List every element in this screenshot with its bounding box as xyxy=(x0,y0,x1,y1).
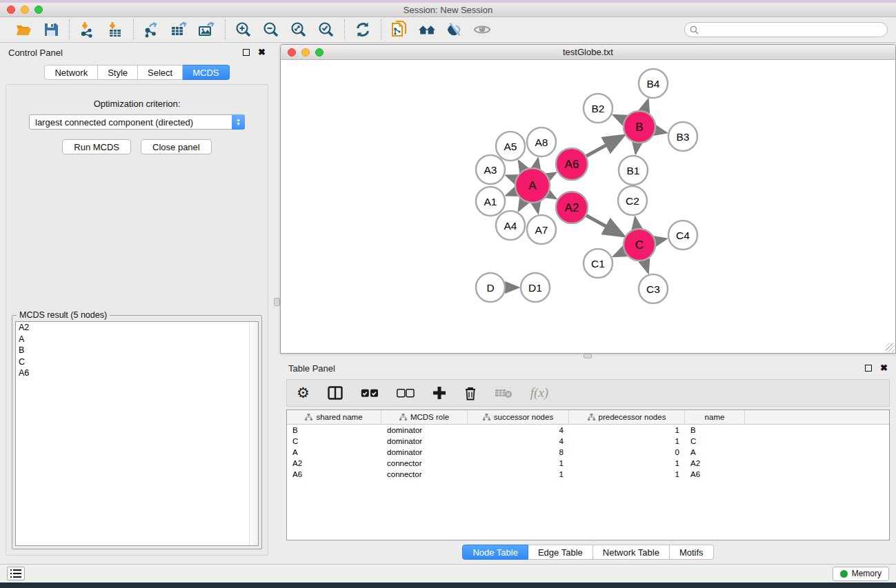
zoom-fit-icon[interactable] xyxy=(290,21,308,39)
network-window-titlebar[interactable]: testGlobe.txt xyxy=(281,45,895,60)
table-row[interactable]: Bdominator41B xyxy=(287,425,889,436)
table-row[interactable]: Cdominator41C xyxy=(287,436,889,447)
horizontal-split-handle[interactable] xyxy=(584,354,592,358)
network-canvas[interactable]: B4B2BB3A5A8A6A3B1AA1C2A2A4A7C4CC1C3DD1 xyxy=(281,61,895,352)
table-row[interactable]: A2connector11A2 xyxy=(287,458,889,469)
edge-A2-C[interactable] xyxy=(586,215,622,235)
table-cell[interactable]: 1 xyxy=(569,437,685,445)
table-row[interactable]: Adominator80A xyxy=(287,447,889,458)
table-cell[interactable]: connector xyxy=(381,459,468,467)
network-graph[interactable]: B4B2BB3A5A8A6A3B1AA1C2A2A4A7C4CC1C3DD1 xyxy=(281,61,895,352)
add-column-icon[interactable] xyxy=(432,386,446,400)
table-cell[interactable]: 4 xyxy=(468,426,569,434)
edge-B-B3[interactable] xyxy=(655,130,665,132)
memory-button[interactable]: Memory xyxy=(833,567,889,581)
deselect-all-icon[interactable] xyxy=(397,389,415,398)
home-view-icon[interactable] xyxy=(418,21,436,39)
scrollbar-track[interactable] xyxy=(249,322,258,545)
table-cell[interactable]: A2 xyxy=(685,459,745,467)
edge-A-A7[interactable] xyxy=(536,202,538,212)
import-table-icon[interactable] xyxy=(106,21,124,39)
mcds-result-item[interactable]: A2 xyxy=(16,322,258,334)
save-session-icon[interactable] xyxy=(42,21,60,39)
close-panel-button[interactable]: Close panel xyxy=(141,139,212,154)
table-cell[interactable]: dominator xyxy=(381,426,468,434)
float-table-panel-icon[interactable] xyxy=(865,365,872,372)
float-panel-icon[interactable] xyxy=(243,49,250,56)
mcds-result-item[interactable]: A6 xyxy=(16,367,258,379)
column-header-name[interactable]: name xyxy=(685,410,745,424)
edge-A6-B[interactable] xyxy=(586,136,622,156)
optimization-criterion-select[interactable]: largest connected component (directed) ▲… xyxy=(29,114,245,130)
edge-A-A3[interactable] xyxy=(507,176,516,179)
edge-C-C2[interactable] xyxy=(635,219,637,230)
table-cell[interactable]: 1 xyxy=(569,426,685,434)
edge-A-A5[interactable] xyxy=(519,162,524,171)
table-cell[interactable]: A xyxy=(287,448,381,456)
column-selector-icon[interactable] xyxy=(328,386,343,400)
mcds-result-item[interactable]: C xyxy=(16,356,258,368)
export-image-icon[interactable] xyxy=(198,21,216,39)
tab-edge-table[interactable]: Edge Table xyxy=(528,545,593,560)
open-file-icon[interactable] xyxy=(14,21,32,39)
mcds-result-list[interactable]: A2ABCA6 xyxy=(15,321,259,546)
edge-C-C4[interactable] xyxy=(655,239,665,241)
table-cell[interactable]: B xyxy=(685,426,745,434)
column-header-shared-name[interactable]: shared name xyxy=(287,410,381,424)
table-cell[interactable]: 1 xyxy=(569,459,685,467)
node-table[interactable]: shared nameMCDS rolesuccessor nodesprede… xyxy=(286,409,890,540)
table-cell[interactable]: A6 xyxy=(287,470,381,478)
table-cell[interactable]: C xyxy=(685,437,745,445)
edge-B-B4[interactable] xyxy=(644,101,648,112)
zoom-out-icon[interactable] xyxy=(262,21,280,39)
table-cell[interactable]: B xyxy=(287,426,381,434)
edge-A-A2[interactable] xyxy=(548,194,555,198)
run-mcds-button[interactable]: Run MCDS xyxy=(62,139,131,154)
edge-A-A8[interactable] xyxy=(536,159,538,168)
search-field[interactable] xyxy=(684,22,888,37)
close-panel-icon[interactable]: ✖ xyxy=(258,49,266,56)
table-row[interactable]: A6connector11A6 xyxy=(287,469,889,480)
table-cell[interactable]: 8 xyxy=(468,448,569,456)
tab-network[interactable]: Network xyxy=(44,65,98,80)
show-graphics-details-icon[interactable] xyxy=(473,21,491,39)
tab-node-table[interactable]: Node Table xyxy=(462,545,528,560)
refresh-icon[interactable] xyxy=(354,21,372,39)
tab-motifs[interactable]: Motifs xyxy=(670,545,714,560)
task-history-button[interactable] xyxy=(7,567,25,580)
tab-style[interactable]: Style xyxy=(98,65,138,80)
tab-select[interactable]: Select xyxy=(138,65,183,80)
tab-network-table[interactable]: Network Table xyxy=(593,545,670,560)
table-cell[interactable]: A xyxy=(685,448,745,456)
table-cell[interactable]: 1 xyxy=(468,459,569,467)
search-input[interactable] xyxy=(701,25,874,34)
table-cell[interactable]: dominator xyxy=(381,437,468,445)
table-cell[interactable]: dominator xyxy=(381,448,468,456)
hide-graphics-details-icon[interactable] xyxy=(446,21,464,39)
mcds-result-item[interactable]: B xyxy=(16,345,258,356)
table-cell[interactable]: A2 xyxy=(287,459,381,467)
window-resize-grip[interactable] xyxy=(886,343,895,352)
edge-B-B1[interactable] xyxy=(636,143,637,152)
table-cell[interactable]: 1 xyxy=(569,470,685,478)
edge-A-A6[interactable] xyxy=(548,173,555,177)
edge-B-B2[interactable] xyxy=(615,116,625,121)
tab-mcds[interactable]: MCDS xyxy=(183,65,229,80)
zoom-selected-icon[interactable] xyxy=(317,21,335,39)
mcds-result-item[interactable]: A xyxy=(16,334,258,345)
column-header-predecessor-nodes[interactable]: predecessor nodes xyxy=(569,410,685,424)
zoom-in-icon[interactable] xyxy=(235,21,252,39)
select-all-icon[interactable] xyxy=(361,389,379,398)
vertical-split-handle[interactable] xyxy=(274,298,280,306)
edge-A-A4[interactable] xyxy=(519,201,524,210)
table-cell[interactable]: A6 xyxy=(685,470,745,478)
table-cell[interactable]: 4 xyxy=(468,437,569,445)
import-network-icon[interactable] xyxy=(79,21,97,39)
edge-C-C3[interactable] xyxy=(644,260,648,272)
export-network-icon[interactable] xyxy=(143,21,161,39)
edge-C-C1[interactable] xyxy=(615,251,625,256)
session-snapshot-icon[interactable] xyxy=(390,21,408,39)
table-cell[interactable]: 1 xyxy=(468,470,569,478)
close-table-panel-icon[interactable]: ✖ xyxy=(880,365,888,372)
edge-A-A1[interactable] xyxy=(507,192,516,195)
